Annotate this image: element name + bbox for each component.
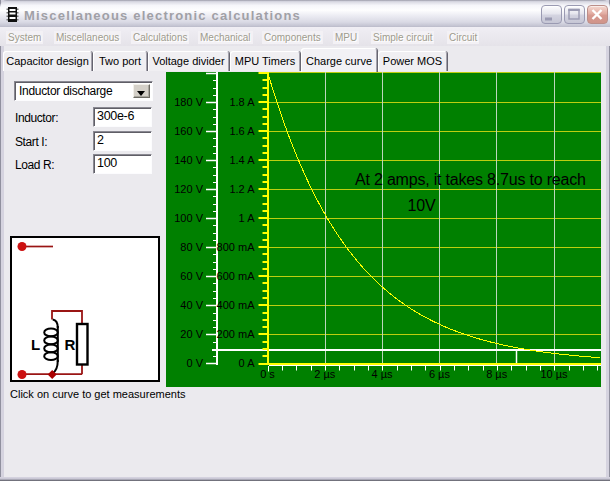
svg-text:2 µs: 2 µs (314, 368, 336, 380)
svg-text:R: R (65, 336, 76, 353)
svg-text:100 V: 100 V (174, 212, 203, 224)
svg-text:1.6 A: 1.6 A (229, 125, 255, 137)
svg-text:120 V: 120 V (174, 183, 203, 195)
svg-text:140 V: 140 V (174, 154, 203, 166)
svg-text:180 V: 180 V (174, 96, 203, 108)
svg-text:L: L (31, 336, 40, 353)
svg-text:800 mA: 800 mA (217, 241, 256, 253)
svg-text:At 2 amps, it takes 8.7us to r: At 2 amps, it takes 8.7us to reach (355, 171, 586, 188)
svg-text:8 µs: 8 µs (486, 368, 508, 380)
svg-text:1.8 A: 1.8 A (229, 96, 255, 108)
svg-text:1 A: 1 A (239, 212, 256, 224)
svg-text:80 V: 80 V (180, 241, 203, 253)
svg-text:60 V: 60 V (180, 270, 203, 282)
svg-text:0 V: 0 V (186, 357, 203, 369)
svg-text:0 A: 0 A (239, 357, 256, 369)
svg-text:10V: 10V (408, 197, 436, 214)
svg-text:400 mA: 400 mA (217, 299, 256, 311)
svg-text:4 µs: 4 µs (372, 368, 394, 380)
svg-text:600 mA: 600 mA (217, 270, 256, 282)
svg-text:6 µs: 6 µs (429, 368, 451, 380)
svg-text:0 s: 0 s (260, 368, 275, 380)
svg-text:200 mA: 200 mA (217, 328, 256, 340)
svg-text:1.4 A: 1.4 A (229, 154, 255, 166)
svg-text:1.2 A: 1.2 A (229, 183, 255, 195)
svg-text:10 µs: 10 µs (540, 368, 568, 380)
svg-text:20 V: 20 V (180, 328, 203, 340)
svg-text:160 V: 160 V (174, 125, 203, 137)
svg-text:40 V: 40 V (180, 299, 203, 311)
